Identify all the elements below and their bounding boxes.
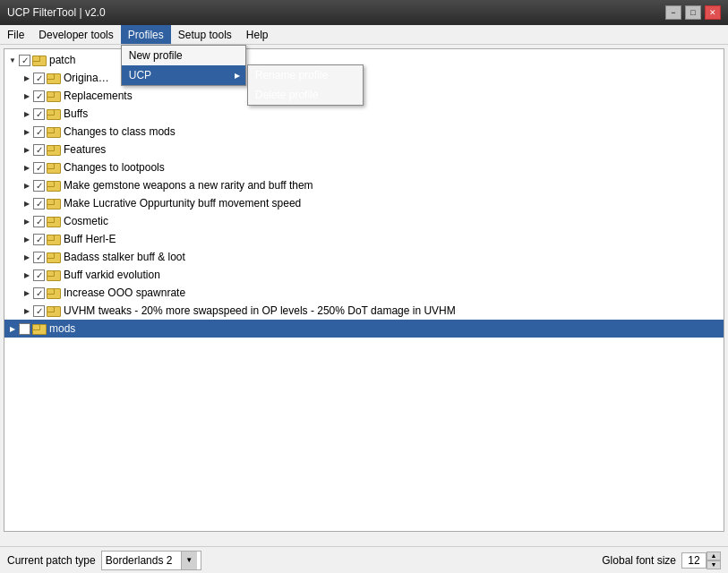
- menu-file[interactable]: File: [0, 25, 31, 44]
- folder-icon: [47, 90, 61, 102]
- tree-item[interactable]: ▶✓Changes to class mods: [4, 123, 724, 141]
- menu-bar: File Developer tools Profiles New profil…: [0, 25, 728, 45]
- tree-item[interactable]: ▶✓Origina…: [4, 69, 724, 87]
- folder-icon: [47, 215, 61, 227]
- new-profile-item[interactable]: New profile: [122, 46, 245, 65]
- tree-item[interactable]: ▶✓Changes to lootpools: [4, 158, 724, 176]
- tree-label: UVHM tweaks - 20% more swapspeed in OP l…: [64, 304, 456, 317]
- menu-setup[interactable]: Setup tools: [171, 25, 239, 44]
- minimize-button[interactable]: −: [665, 5, 681, 20]
- tree-label: Make Lucrative Oppurtunity buff movement…: [64, 197, 301, 210]
- tree-item[interactable]: ▶✓Cosmetic: [4, 212, 724, 230]
- folder-icon: [47, 304, 61, 317]
- tree-label: Make gemstone weapons a new rarity and b…: [64, 179, 313, 192]
- tree-checkbox[interactable]: ✓: [33, 252, 45, 263]
- folder-icon: [47, 269, 61, 281]
- tree-item[interactable]: ▶✓Features: [4, 141, 724, 158]
- folder-icon: [47, 107, 61, 120]
- close-button[interactable]: ✕: [705, 5, 721, 20]
- tree-checkbox[interactable]: ✓: [19, 55, 30, 66]
- menu-profiles[interactable]: Profiles: [121, 25, 171, 44]
- tree-checkbox[interactable]: ✓: [33, 108, 45, 120]
- tree-label: Buffs: [64, 107, 88, 120]
- tree-item[interactable]: ▶✓Make gemstone weapons a new rarity and…: [4, 176, 724, 194]
- tree-expand-icon[interactable]: ▶: [21, 143, 33, 156]
- tree-expand-icon[interactable]: ▶: [21, 286, 33, 299]
- folder-icon: [47, 179, 61, 192]
- tree-label: Badass stalker buff & loot: [64, 251, 185, 263]
- tree-checkbox[interactable]: ✓: [33, 305, 45, 317]
- tree-expand-icon[interactable]: ▶: [21, 251, 33, 263]
- tree-checkbox[interactable]: [19, 323, 30, 335]
- tree-checkbox[interactable]: ✓: [33, 73, 45, 84]
- tree-expand-icon[interactable]: ▶: [21, 179, 33, 192]
- window-controls: − □ ✕: [665, 5, 721, 20]
- tree-item[interactable]: ▶✓Buff Herl-E: [4, 230, 724, 248]
- tree-label: Buff varkid evolution: [64, 269, 160, 281]
- tree-expand-icon[interactable]: ▼: [6, 54, 19, 66]
- folder-icon: [47, 125, 61, 138]
- folder-icon: [47, 233, 61, 245]
- tree-checkbox[interactable]: ✓: [33, 180, 45, 192]
- main-content: ▼✓patch▶✓Origina…▶✓Replacements▶✓Buffs▶✓…: [4, 48, 724, 532]
- tree-checkbox[interactable]: ✓: [33, 287, 45, 299]
- menu-help[interactable]: Help: [239, 25, 276, 44]
- tree-expand-icon[interactable]: ▶: [21, 197, 33, 210]
- tree-item[interactable]: ▶✓Make Lucrative Oppurtunity buff moveme…: [4, 194, 724, 212]
- tree-label: patch: [49, 54, 75, 66]
- tree-label: Replacements: [64, 90, 133, 102]
- title-bar: UCP FilterTool | v2.0 − □ ✕: [0, 0, 728, 25]
- tree-checkbox[interactable]: ✓: [33, 216, 45, 227]
- tree-expand-icon[interactable]: ▶: [21, 304, 33, 317]
- tree-item[interactable]: ▶✓Buff varkid evolution: [4, 266, 724, 284]
- maximize-button[interactable]: □: [685, 5, 701, 20]
- rename-profile-item[interactable]: Rename profile: [248, 65, 363, 85]
- folder-icon: [32, 322, 47, 335]
- folder-icon: [32, 54, 47, 66]
- tree-expand-icon[interactable]: ▶: [21, 107, 33, 120]
- tree-expand-icon[interactable]: ▶: [21, 90, 33, 102]
- folder-icon: [47, 72, 61, 84]
- tree-checkbox[interactable]: ✓: [33, 162, 45, 174]
- tree-checkbox[interactable]: ✓: [33, 198, 45, 210]
- tree-item[interactable]: ▶✓UVHM tweaks - 20% more swapspeed in OP…: [4, 302, 724, 320]
- tree-expand-icon[interactable]: ▶: [6, 322, 19, 335]
- tree-item[interactable]: ▶✓Buffs: [4, 105, 724, 123]
- folder-icon: [47, 286, 61, 299]
- tree-item[interactable]: ▶✓Replacements: [4, 87, 724, 105]
- tree-checkbox[interactable]: ✓: [33, 144, 45, 156]
- folder-icon: [47, 161, 61, 174]
- tree-expand-icon[interactable]: ▶: [21, 125, 33, 138]
- tree-label: Increase OOO spawnrate: [64, 286, 185, 299]
- menu-profiles-wrapper: Profiles New profile UCP Rename profile …: [121, 25, 171, 44]
- folder-icon: [47, 197, 61, 210]
- tree-label: Features: [64, 143, 106, 156]
- tree-item[interactable]: ▶mods: [4, 320, 724, 338]
- tree-checkbox[interactable]: ✓: [33, 90, 45, 102]
- tree-label: Origina…: [64, 72, 109, 84]
- tree-label: Cosmetic: [64, 215, 108, 227]
- tree-item[interactable]: ▼✓patch: [4, 51, 724, 69]
- tree-expand-icon[interactable]: ▶: [21, 161, 33, 174]
- folder-icon: [47, 251, 61, 263]
- tree-expand-icon[interactable]: ▶: [21, 269, 33, 281]
- tree-checkbox[interactable]: ✓: [33, 269, 45, 281]
- window-title: UCP FilterTool | v2.0: [7, 6, 106, 19]
- ucp-item[interactable]: UCP Rename profile Delete profile: [122, 65, 245, 85]
- tree-checkbox[interactable]: ✓: [33, 126, 45, 138]
- tree-expand-icon[interactable]: ▶: [21, 233, 33, 245]
- tree-label: Changes to class mods: [64, 125, 176, 138]
- tree-label: Changes to lootpools: [64, 161, 165, 174]
- menu-developer[interactable]: Developer tools: [31, 25, 120, 44]
- tree-label: Buff Herl-E: [64, 233, 116, 245]
- profiles-dropdown: New profile UCP Rename profile Delete pr…: [121, 45, 246, 86]
- folder-icon: [47, 143, 61, 156]
- tree-expand-icon[interactable]: ▶: [21, 72, 33, 84]
- delete-profile-item[interactable]: Delete profile: [248, 85, 363, 105]
- tree-checkbox[interactable]: ✓: [33, 234, 45, 245]
- tree-label: mods: [49, 322, 75, 335]
- tree-item[interactable]: ▶✓Badass stalker buff & loot: [4, 248, 724, 266]
- tree-expand-icon[interactable]: ▶: [21, 215, 33, 227]
- tree-item[interactable]: ▶✓Increase OOO spawnrate: [4, 284, 724, 302]
- tree-container: ▼✓patch▶✓Origina…▶✓Replacements▶✓Buffs▶✓…: [4, 49, 724, 339]
